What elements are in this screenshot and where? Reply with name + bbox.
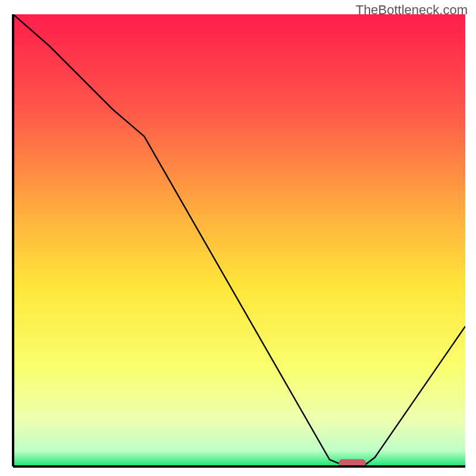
bottleneck-chart (0, 0, 476, 476)
watermark: TheBottleneck.com (356, 2, 468, 18)
chart-container: TheBottleneck.com (0, 0, 476, 476)
gradient-background (13, 14, 465, 466)
